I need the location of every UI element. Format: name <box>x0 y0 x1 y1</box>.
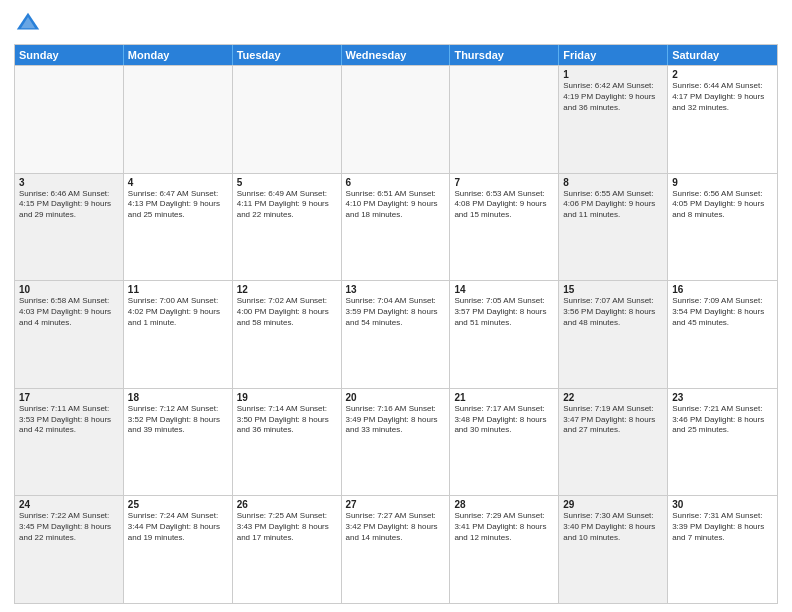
calendar-cell-15: 15Sunrise: 7:07 AM Sunset: 3:56 PM Dayli… <box>559 281 668 388</box>
day-number: 26 <box>237 499 337 510</box>
calendar-cell-10: 10Sunrise: 6:58 AM Sunset: 4:03 PM Dayli… <box>15 281 124 388</box>
calendar-cell-empty-2 <box>233 66 342 173</box>
calendar-cell-empty-4 <box>450 66 559 173</box>
calendar-cell-9: 9Sunrise: 6:56 AM Sunset: 4:05 PM Daylig… <box>668 174 777 281</box>
calendar-cell-14: 14Sunrise: 7:05 AM Sunset: 3:57 PM Dayli… <box>450 281 559 388</box>
day-number: 2 <box>672 69 773 80</box>
day-number: 19 <box>237 392 337 403</box>
day-detail: Sunrise: 7:07 AM Sunset: 3:56 PM Dayligh… <box>563 296 663 328</box>
calendar-row-2: 3Sunrise: 6:46 AM Sunset: 4:15 PM Daylig… <box>15 173 777 281</box>
calendar-cell-empty-0 <box>15 66 124 173</box>
calendar-cell-29: 29Sunrise: 7:30 AM Sunset: 3:40 PM Dayli… <box>559 496 668 603</box>
day-number: 12 <box>237 284 337 295</box>
calendar-cell-19: 19Sunrise: 7:14 AM Sunset: 3:50 PM Dayli… <box>233 389 342 496</box>
day-detail: Sunrise: 6:47 AM Sunset: 4:13 PM Dayligh… <box>128 189 228 221</box>
calendar-cell-17: 17Sunrise: 7:11 AM Sunset: 3:53 PM Dayli… <box>15 389 124 496</box>
page: SundayMondayTuesdayWednesdayThursdayFrid… <box>0 0 792 612</box>
day-number: 11 <box>128 284 228 295</box>
calendar-cell-18: 18Sunrise: 7:12 AM Sunset: 3:52 PM Dayli… <box>124 389 233 496</box>
day-detail: Sunrise: 7:31 AM Sunset: 3:39 PM Dayligh… <box>672 511 773 543</box>
calendar-cell-26: 26Sunrise: 7:25 AM Sunset: 3:43 PM Dayli… <box>233 496 342 603</box>
calendar-header: SundayMondayTuesdayWednesdayThursdayFrid… <box>15 45 777 65</box>
day-detail: Sunrise: 6:46 AM Sunset: 4:15 PM Dayligh… <box>19 189 119 221</box>
calendar-cell-21: 21Sunrise: 7:17 AM Sunset: 3:48 PM Dayli… <box>450 389 559 496</box>
calendar-cell-5: 5Sunrise: 6:49 AM Sunset: 4:11 PM Daylig… <box>233 174 342 281</box>
day-number: 16 <box>672 284 773 295</box>
day-number: 5 <box>237 177 337 188</box>
day-detail: Sunrise: 7:00 AM Sunset: 4:02 PM Dayligh… <box>128 296 228 328</box>
calendar-body: 1Sunrise: 6:42 AM Sunset: 4:19 PM Daylig… <box>15 65 777 603</box>
day-number: 3 <box>19 177 119 188</box>
header-day-thursday: Thursday <box>450 45 559 65</box>
day-number: 29 <box>563 499 663 510</box>
calendar-cell-12: 12Sunrise: 7:02 AM Sunset: 4:00 PM Dayli… <box>233 281 342 388</box>
calendar-row-3: 10Sunrise: 6:58 AM Sunset: 4:03 PM Dayli… <box>15 280 777 388</box>
day-number: 17 <box>19 392 119 403</box>
day-number: 7 <box>454 177 554 188</box>
day-detail: Sunrise: 7:19 AM Sunset: 3:47 PM Dayligh… <box>563 404 663 436</box>
calendar-cell-7: 7Sunrise: 6:53 AM Sunset: 4:08 PM Daylig… <box>450 174 559 281</box>
day-detail: Sunrise: 7:22 AM Sunset: 3:45 PM Dayligh… <box>19 511 119 543</box>
calendar-row-1: 1Sunrise: 6:42 AM Sunset: 4:19 PM Daylig… <box>15 65 777 173</box>
logo-icon <box>14 10 42 38</box>
day-number: 30 <box>672 499 773 510</box>
day-detail: Sunrise: 6:58 AM Sunset: 4:03 PM Dayligh… <box>19 296 119 328</box>
header-day-saturday: Saturday <box>668 45 777 65</box>
calendar: SundayMondayTuesdayWednesdayThursdayFrid… <box>14 44 778 604</box>
calendar-cell-16: 16Sunrise: 7:09 AM Sunset: 3:54 PM Dayli… <box>668 281 777 388</box>
day-detail: Sunrise: 7:25 AM Sunset: 3:43 PM Dayligh… <box>237 511 337 543</box>
day-detail: Sunrise: 7:14 AM Sunset: 3:50 PM Dayligh… <box>237 404 337 436</box>
header-day-friday: Friday <box>559 45 668 65</box>
day-detail: Sunrise: 6:51 AM Sunset: 4:10 PM Dayligh… <box>346 189 446 221</box>
day-number: 1 <box>563 69 663 80</box>
day-detail: Sunrise: 7:05 AM Sunset: 3:57 PM Dayligh… <box>454 296 554 328</box>
day-detail: Sunrise: 6:53 AM Sunset: 4:08 PM Dayligh… <box>454 189 554 221</box>
day-detail: Sunrise: 7:09 AM Sunset: 3:54 PM Dayligh… <box>672 296 773 328</box>
calendar-cell-empty-1 <box>124 66 233 173</box>
day-detail: Sunrise: 7:21 AM Sunset: 3:46 PM Dayligh… <box>672 404 773 436</box>
day-detail: Sunrise: 7:17 AM Sunset: 3:48 PM Dayligh… <box>454 404 554 436</box>
day-number: 18 <box>128 392 228 403</box>
day-number: 20 <box>346 392 446 403</box>
day-number: 21 <box>454 392 554 403</box>
calendar-cell-8: 8Sunrise: 6:55 AM Sunset: 4:06 PM Daylig… <box>559 174 668 281</box>
header <box>14 10 778 38</box>
calendar-cell-6: 6Sunrise: 6:51 AM Sunset: 4:10 PM Daylig… <box>342 174 451 281</box>
day-detail: Sunrise: 7:29 AM Sunset: 3:41 PM Dayligh… <box>454 511 554 543</box>
calendar-row-5: 24Sunrise: 7:22 AM Sunset: 3:45 PM Dayli… <box>15 495 777 603</box>
calendar-cell-23: 23Sunrise: 7:21 AM Sunset: 3:46 PM Dayli… <box>668 389 777 496</box>
calendar-cell-30: 30Sunrise: 7:31 AM Sunset: 3:39 PM Dayli… <box>668 496 777 603</box>
calendar-cell-13: 13Sunrise: 7:04 AM Sunset: 3:59 PM Dayli… <box>342 281 451 388</box>
day-number: 24 <box>19 499 119 510</box>
header-day-wednesday: Wednesday <box>342 45 451 65</box>
day-detail: Sunrise: 7:24 AM Sunset: 3:44 PM Dayligh… <box>128 511 228 543</box>
day-detail: Sunrise: 7:16 AM Sunset: 3:49 PM Dayligh… <box>346 404 446 436</box>
day-number: 10 <box>19 284 119 295</box>
day-detail: Sunrise: 7:30 AM Sunset: 3:40 PM Dayligh… <box>563 511 663 543</box>
day-detail: Sunrise: 7:27 AM Sunset: 3:42 PM Dayligh… <box>346 511 446 543</box>
calendar-cell-27: 27Sunrise: 7:27 AM Sunset: 3:42 PM Dayli… <box>342 496 451 603</box>
day-number: 23 <box>672 392 773 403</box>
day-number: 13 <box>346 284 446 295</box>
day-number: 27 <box>346 499 446 510</box>
calendar-cell-2: 2Sunrise: 6:44 AM Sunset: 4:17 PM Daylig… <box>668 66 777 173</box>
day-detail: Sunrise: 6:42 AM Sunset: 4:19 PM Dayligh… <box>563 81 663 113</box>
calendar-cell-3: 3Sunrise: 6:46 AM Sunset: 4:15 PM Daylig… <box>15 174 124 281</box>
day-detail: Sunrise: 7:04 AM Sunset: 3:59 PM Dayligh… <box>346 296 446 328</box>
day-number: 8 <box>563 177 663 188</box>
day-number: 14 <box>454 284 554 295</box>
calendar-cell-25: 25Sunrise: 7:24 AM Sunset: 3:44 PM Dayli… <box>124 496 233 603</box>
day-detail: Sunrise: 6:55 AM Sunset: 4:06 PM Dayligh… <box>563 189 663 221</box>
calendar-cell-22: 22Sunrise: 7:19 AM Sunset: 3:47 PM Dayli… <box>559 389 668 496</box>
logo <box>14 10 46 38</box>
day-number: 4 <box>128 177 228 188</box>
day-detail: Sunrise: 7:12 AM Sunset: 3:52 PM Dayligh… <box>128 404 228 436</box>
day-detail: Sunrise: 7:02 AM Sunset: 4:00 PM Dayligh… <box>237 296 337 328</box>
calendar-cell-empty-3 <box>342 66 451 173</box>
calendar-cell-24: 24Sunrise: 7:22 AM Sunset: 3:45 PM Dayli… <box>15 496 124 603</box>
calendar-cell-1: 1Sunrise: 6:42 AM Sunset: 4:19 PM Daylig… <box>559 66 668 173</box>
day-detail: Sunrise: 7:11 AM Sunset: 3:53 PM Dayligh… <box>19 404 119 436</box>
day-number: 15 <box>563 284 663 295</box>
header-day-sunday: Sunday <box>15 45 124 65</box>
day-detail: Sunrise: 6:56 AM Sunset: 4:05 PM Dayligh… <box>672 189 773 221</box>
